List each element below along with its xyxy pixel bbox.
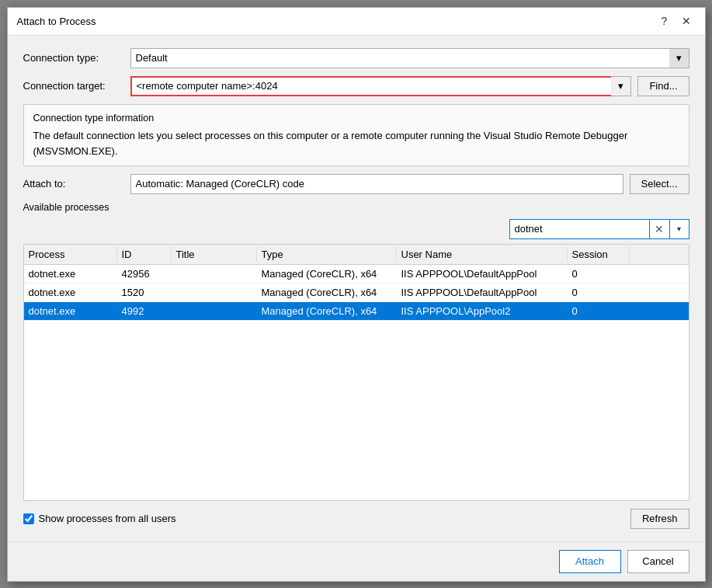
cell-username: IIS APPPOOL\DefaultAppPool (397, 266, 568, 281)
show-all-users-label[interactable]: Show processes from all users (23, 513, 176, 524)
table-row[interactable]: dotnet.exe 4992 Managed (CoreCLR), x64 I… (24, 302, 689, 321)
cell-id: 4992 (117, 304, 172, 318)
process-table: Process ID Title Type User Name Session … (23, 244, 689, 501)
cell-process: dotnet.exe (24, 266, 117, 281)
table-header: Process ID Title Type User Name Session (24, 245, 689, 265)
refresh-button[interactable]: Refresh (630, 509, 689, 529)
attach-to-process-dialog: Attach to Process ? ✕ Connection type: D… (7, 7, 706, 582)
cell-title (172, 266, 257, 281)
cell-username: IIS APPPOOL\DefaultAppPool (397, 285, 568, 300)
cell-type: Managed (CoreCLR), x64 (257, 304, 397, 318)
connection-type-control: Default ▾ (130, 48, 689, 68)
header-process: Process (24, 247, 117, 262)
header-username: User Name (397, 247, 568, 262)
cell-session: 0 (568, 304, 630, 318)
dialog-footer: Attach Cancel (8, 541, 705, 581)
info-box: Connection type information The default … (23, 104, 689, 166)
connection-type-select[interactable]: Default (130, 48, 689, 68)
dialog-title: Attach to Process (17, 16, 96, 27)
table-row[interactable]: dotnet.exe 42956 Managed (CoreCLR), x64 … (24, 265, 689, 284)
cancel-button[interactable]: Cancel (627, 550, 689, 573)
header-session: Session (568, 247, 630, 262)
title-bar-controls: ? ✕ (655, 12, 696, 30)
connection-target-label: Connection target: (23, 80, 124, 92)
connection-type-label: Connection type: (23, 52, 124, 64)
connection-target-input[interactable] (130, 76, 632, 96)
cell-session: 0 (568, 266, 630, 281)
cell-type: Managed (CoreCLR), x64 (257, 285, 397, 300)
attach-to-row: Attach to: Select... (23, 174, 689, 194)
header-id: ID (117, 247, 172, 262)
filter-clear-button[interactable]: ✕ (649, 219, 669, 239)
find-button[interactable]: Find... (637, 76, 689, 96)
info-box-text: The default connection lets you select p… (33, 130, 628, 157)
info-box-title: Connection type information (33, 111, 679, 126)
bottom-row: Show processes from all users Refresh (23, 509, 689, 529)
available-processes-section: Available processes ✕ ▾ Process ID Title… (23, 202, 689, 529)
show-all-users-text: Show processes from all users (39, 513, 176, 524)
header-type: Type (257, 247, 397, 262)
attach-button[interactable]: Attach (559, 550, 621, 573)
connection-type-row: Connection type: Default ▾ (23, 48, 689, 68)
cell-process: dotnet.exe (24, 304, 117, 318)
close-button[interactable]: ✕ (677, 12, 696, 30)
help-button[interactable]: ? (655, 12, 674, 30)
attach-to-input (130, 174, 623, 194)
attach-to-control (130, 174, 623, 194)
dialog-body: Connection type: Default ▾ Connection ta… (8, 36, 705, 541)
title-bar: Attach to Process ? ✕ (8, 8, 705, 36)
table-row[interactable]: dotnet.exe 1520 Managed (CoreCLR), x64 I… (24, 284, 689, 302)
cell-process: dotnet.exe (24, 285, 117, 300)
header-title: Title (172, 247, 257, 262)
filter-input[interactable] (509, 219, 649, 239)
filter-input-wrap: ✕ ▾ (509, 219, 689, 239)
filter-dropdown-button[interactable]: ▾ (669, 219, 689, 239)
cell-id: 1520 (117, 285, 172, 300)
cell-session: 0 (568, 285, 630, 300)
available-processes-label: Available processes (23, 202, 689, 213)
cell-type: Managed (CoreCLR), x64 (257, 266, 397, 281)
table-body: dotnet.exe 42956 Managed (CoreCLR), x64 … (24, 265, 689, 321)
filter-row: ✕ ▾ (23, 219, 689, 239)
connection-target-row: Connection target: ▾ Find... (23, 76, 689, 96)
attach-to-label: Attach to: (23, 178, 124, 190)
cell-title (172, 304, 257, 318)
cell-title (172, 285, 257, 300)
show-all-users-checkbox[interactable] (23, 513, 34, 524)
cell-id: 42956 (117, 266, 172, 281)
select-button[interactable]: Select... (630, 174, 689, 194)
cell-username: IIS APPPOOL\AppPool2 (397, 304, 568, 318)
connection-target-control: ▾ (130, 76, 632, 96)
